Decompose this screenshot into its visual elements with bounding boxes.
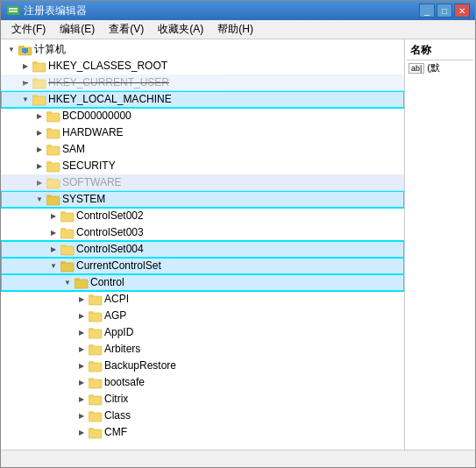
expander-software[interactable]: [32, 176, 46, 190]
expander-class[interactable]: [75, 409, 89, 423]
svg-rect-71: [89, 413, 102, 422]
title-bar: 注册表编辑器 _ □ ✕: [1, 1, 475, 20]
tree-row-agp[interactable]: AGP: [1, 308, 404, 324]
tree-row-bootsafe[interactable]: bootsafe: [1, 374, 404, 391]
tree-row-appid[interactable]: AppID: [1, 324, 404, 341]
expander-hklm[interactable]: [18, 93, 32, 107]
svg-rect-44: [60, 263, 74, 272]
folder-icon-cs003: [60, 227, 75, 239]
expander-arbiters[interactable]: [75, 343, 89, 357]
label-security: SECURITY: [62, 158, 116, 174]
expander-security[interactable]: [32, 160, 46, 174]
folder-icon-bcd: [46, 110, 60, 123]
label-bcd: BCD00000000: [62, 108, 131, 124]
label-hkcr: HKEY_CLASSES_ROOT: [48, 58, 167, 74]
expander-acpi[interactable]: [75, 293, 89, 307]
tree-row-cs002[interactable]: ControlSet002: [1, 208, 404, 224]
folder-icon-arbiters: [89, 344, 103, 356]
expander-citrix[interactable]: [75, 393, 89, 407]
svg-rect-63: [89, 361, 94, 364]
tree-row-hardware[interactable]: HARDWARE: [1, 124, 404, 141]
folder-icon-hardware: [46, 127, 60, 139]
tree-row-arbiters[interactable]: Arbiters: [1, 341, 404, 358]
svg-rect-23: [46, 146, 60, 155]
label-bootsafe: bootsafe: [104, 374, 145, 391]
expander-agp[interactable]: [75, 309, 89, 323]
svg-rect-60: [89, 344, 94, 347]
tree-row-bcd[interactable]: BCD00000000: [1, 108, 404, 124]
tree-row-hklm[interactable]: HKEY_LOCAL_MACHINE: [1, 91, 404, 108]
expander-root[interactable]: [4, 43, 18, 57]
tree-row-hkcr[interactable]: HKEY_CLASSES_ROOT: [1, 58, 404, 74]
maximize-button[interactable]: □: [437, 4, 452, 18]
expander-cmf[interactable]: [75, 426, 89, 440]
expander-cs002[interactable]: [46, 209, 60, 223]
label-citrix: Citrix: [104, 391, 128, 408]
svg-rect-29: [46, 180, 60, 188]
expander-backuprestore[interactable]: [75, 359, 89, 373]
tree-row-backuprestore[interactable]: BackupRestore: [1, 358, 404, 374]
svg-rect-21: [46, 128, 52, 131]
expander-hkcr[interactable]: [18, 60, 32, 74]
svg-rect-27: [46, 161, 52, 164]
svg-rect-74: [89, 429, 102, 438]
folder-icon-system: [46, 194, 60, 206]
tree-row-cs004[interactable]: ControlSet004: [1, 241, 404, 258]
tree-row-class[interactable]: Class: [1, 408, 404, 424]
tree-row-ccs[interactable]: CurrentControlSet: [1, 258, 404, 274]
tree-row-sam[interactable]: SAM: [1, 141, 404, 158]
tree-row-control[interactable]: Control: [1, 274, 404, 291]
svg-rect-41: [60, 246, 74, 255]
expander-control[interactable]: [60, 276, 75, 290]
folder-icon-hklm: [32, 94, 46, 106]
expander-hkcu[interactable]: [18, 76, 32, 90]
folder-icon-software: [46, 177, 60, 189]
folder-icon-control: [75, 277, 89, 289]
minimize-button[interactable]: _: [419, 4, 435, 18]
tree-node-root: 计算机 HKEY_CLASSES_ROOT HKEY_CURRE: [1, 41, 404, 441]
tree-row-security[interactable]: SECURITY: [1, 158, 404, 174]
svg-rect-68: [89, 396, 102, 405]
tree-row-cmf[interactable]: CMF: [1, 424, 404, 441]
tree-row-root[interactable]: 计算机: [1, 41, 404, 58]
close-button[interactable]: ✕: [454, 4, 470, 18]
expander-hardware[interactable]: [32, 126, 46, 140]
status-bar: [1, 450, 475, 467]
menu-file[interactable]: 文件(F): [4, 20, 53, 39]
tree-row-acpi[interactable]: ACPI: [1, 291, 404, 308]
menu-edit[interactable]: 编辑(E): [53, 20, 102, 39]
menu-view[interactable]: 查看(V): [102, 20, 151, 39]
folder-icon-ccs: [60, 260, 75, 273]
label-agp: AGP: [104, 308, 126, 324]
expander-sam[interactable]: [32, 143, 46, 157]
tree-row-cs003[interactable]: ControlSet003: [1, 224, 404, 241]
expander-bootsafe[interactable]: [75, 376, 89, 390]
label-root: 计算机: [34, 41, 66, 58]
expander-appid[interactable]: [75, 326, 89, 340]
svg-rect-75: [89, 428, 94, 430]
label-cs002: ControlSet002: [76, 208, 144, 224]
tree-panel[interactable]: 计算机 HKEY_CLASSES_ROOT HKEY_CURRE: [1, 39, 405, 450]
expander-cs003[interactable]: [46, 226, 60, 240]
svg-rect-42: [60, 245, 66, 247]
expander-ccs[interactable]: [46, 259, 60, 273]
svg-rect-62: [89, 363, 102, 372]
svg-rect-1: [9, 8, 18, 10]
right-panel-header: 名称: [407, 41, 473, 60]
folder-icon-cmf: [89, 427, 103, 439]
expander-bcd[interactable]: [32, 110, 46, 124]
svg-rect-69: [89, 394, 94, 397]
menu-favorites[interactable]: 收藏夹(A): [151, 20, 210, 39]
tree-row-hkcu[interactable]: HKEY_CURRENT_USER: [1, 74, 404, 91]
tree-row-citrix[interactable]: Citrix: [1, 391, 404, 408]
svg-rect-45: [60, 261, 66, 264]
svg-rect-18: [46, 111, 52, 114]
folder-icon-cs004: [60, 244, 75, 256]
menu-help[interactable]: 帮助(H): [210, 20, 260, 39]
expander-system[interactable]: [32, 193, 46, 207]
tree-row-system[interactable]: SYSTEM: [1, 191, 404, 208]
svg-rect-17: [46, 113, 60, 122]
expander-cs004[interactable]: [46, 243, 60, 257]
tree-row-software[interactable]: SOFTWARE: [1, 174, 404, 191]
label-sam: SAM: [62, 141, 85, 158]
